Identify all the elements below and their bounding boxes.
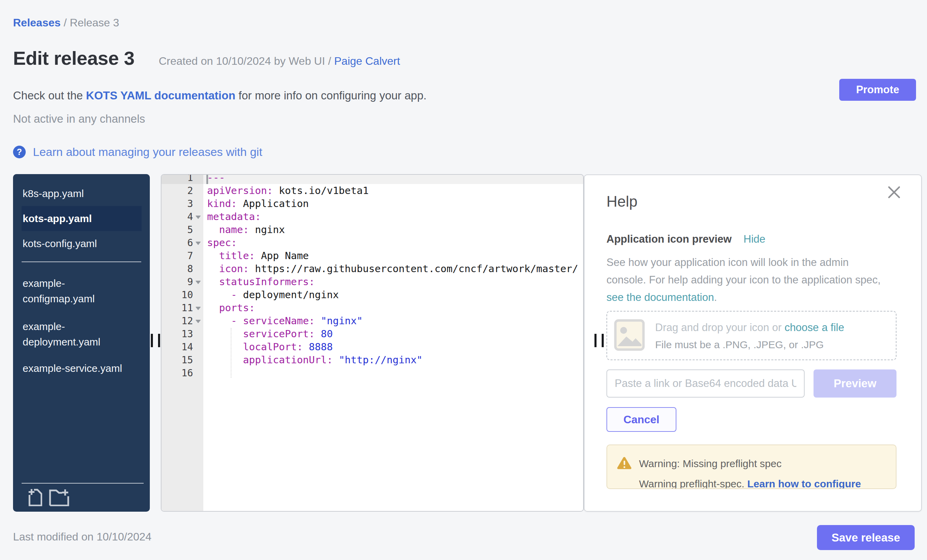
code-line-text: servicePort: 80	[203, 328, 583, 340]
choose-file-link[interactable]: choose a file	[784, 322, 844, 334]
code-line-text: title: App Name	[203, 250, 583, 261]
learn-git-row: ? Learn about managing your releases wit…	[13, 145, 262, 159]
editor-code-rows: 1---2apiVersion: kots.io/v1beta13kind: A…	[161, 174, 583, 379]
code-line-text: ---	[203, 174, 583, 184]
created-author-link[interactable]: Paige Calvert	[334, 55, 400, 67]
dropzone-drag-text: Drag and drop your icon or	[655, 322, 784, 334]
fold-toggle[interactable]	[193, 214, 203, 219]
hide-link[interactable]: Hide	[743, 233, 766, 245]
line-number: 15	[161, 354, 193, 366]
code-line-4: 4metadata:	[161, 210, 583, 223]
line-number: 1	[161, 174, 193, 184]
icon-preview-section-title: Application icon preview	[606, 233, 732, 245]
file-item-k8s-app.yaml[interactable]: k8s-app.yaml	[21, 181, 141, 206]
edit-release-page: Releases / Release 3 Edit release 3 Crea…	[0, 0, 927, 560]
code-token: "http://nginx"	[339, 354, 422, 366]
line-number: 16	[161, 367, 193, 379]
code-line-1: 1---	[161, 174, 583, 184]
fold-toggle[interactable]	[193, 279, 203, 284]
code-token	[207, 354, 243, 366]
see-documentation-link[interactable]: see the documentation	[606, 291, 714, 303]
code-token: 80	[321, 328, 333, 340]
file-group-divider	[21, 261, 141, 262]
help-panel: Help Application icon preview Hide See h…	[584, 175, 922, 512]
code-line-text: kind: Application	[203, 198, 583, 209]
icon-preview-description-text: See how your application icon will look …	[606, 256, 881, 286]
icon-preview-description: See how your application icon will look …	[606, 253, 886, 306]
warning-detail-text: Warning preflight-spec.	[639, 478, 748, 489]
code-token	[207, 341, 243, 353]
code-line-9: 9 statusInformers:	[161, 275, 583, 288]
code-token: apiVersion:	[207, 185, 273, 196]
cancel-button[interactable]: Cancel	[606, 407, 676, 432]
code-token	[207, 289, 231, 300]
code-token: ---	[207, 174, 225, 184]
code-token: ports:	[219, 302, 255, 314]
code-token	[207, 276, 219, 288]
code-line-12: 12 - serviceName: "nginx"	[161, 314, 583, 327]
pane-resize-handle-right[interactable]	[594, 334, 604, 347]
code-token: serviceName:	[243, 315, 315, 326]
title-row: Edit release 3	[13, 47, 134, 69]
code-line-11: 11 ports:	[161, 301, 583, 314]
learn-git-link[interactable]: Learn about managing your releases with …	[33, 145, 262, 159]
code-line-15: 15 applicationUrl: "http://nginx"	[161, 354, 583, 366]
code-line-text: statusInformers:	[203, 276, 583, 288]
code-line-text: - serviceName: "nginx"	[203, 315, 583, 326]
file-item-example-service.yaml[interactable]: example-service.yaml	[21, 356, 141, 381]
last-modified-text: Last modified on 10/10/2024	[13, 530, 152, 543]
warning-title: Warning: Missing preflight spec	[639, 458, 782, 470]
file-item-kots-config.yaml[interactable]: kots-config.yaml	[21, 231, 141, 256]
new-folder-icon	[49, 502, 70, 507]
code-token	[207, 250, 219, 261]
warning-detail: Warning preflight-spec. Learn how to con…	[639, 478, 861, 489]
file-item-example-deployment.yaml[interactable]: example-deployment.yaml	[21, 313, 141, 356]
line-number: 13	[161, 328, 193, 340]
icon-dropzone[interactable]: Drag and drop your icon or choose a file…	[606, 311, 897, 360]
pane-resize-handle-left[interactable]	[151, 334, 160, 347]
add-file-button[interactable]	[29, 489, 42, 507]
close-help-button[interactable]	[887, 186, 901, 199]
help-panel-title: Help	[606, 192, 638, 211]
file-item-kots-app.yaml[interactable]: kots-app.yaml	[21, 206, 141, 231]
preview-button[interactable]: Preview	[813, 369, 897, 398]
code-token: localPort:	[243, 341, 303, 353]
line-number: 3	[161, 198, 193, 209]
code-token	[315, 315, 321, 326]
code-line-10: 10 - deployment/nginx	[161, 288, 583, 301]
fold-toggle[interactable]	[193, 319, 203, 323]
code-line-text: metadata:	[203, 211, 583, 222]
breadcrumb-current: Release 3	[70, 17, 119, 29]
code-line-7: 7 title: App Name	[161, 249, 583, 262]
kots-doc-suffix: for more info on configuring your app.	[236, 89, 427, 102]
code-token	[207, 302, 219, 314]
code-line-text: spec:	[203, 237, 583, 249]
file-item-example-configmap.yaml[interactable]: example-configmap.yaml	[21, 269, 141, 313]
line-number: 8	[161, 263, 193, 275]
yaml-code-editor[interactable]: 1---2apiVersion: kots.io/v1beta13kind: A…	[161, 174, 584, 512]
save-release-button[interactable]: Save release	[817, 525, 915, 550]
fold-toggle[interactable]	[193, 240, 203, 245]
code-line-16: 16	[161, 366, 583, 379]
code-token: Application	[237, 198, 309, 209]
add-folder-button[interactable]	[49, 489, 70, 507]
code-token: applicationUrl:	[243, 354, 333, 366]
code-line-text: ports:	[203, 302, 583, 314]
dropzone-file-hint: File must be a .PNG, .JPEG, or .JPG	[655, 336, 844, 354]
icon-url-input[interactable]	[606, 369, 805, 398]
kots-doc-link[interactable]: KOTS YAML documentation	[86, 89, 236, 102]
breadcrumb-releases-link[interactable]: Releases	[13, 17, 61, 29]
code-token: 8888	[309, 341, 333, 353]
code-token	[303, 341, 308, 353]
code-token	[207, 328, 243, 340]
learn-configure-link[interactable]: Learn how to configure	[748, 478, 861, 489]
line-number: 7	[161, 250, 193, 261]
line-number: 5	[161, 224, 193, 235]
promote-button[interactable]: Promote	[839, 79, 916, 101]
line-number: 14	[161, 341, 193, 353]
line-number: 2	[161, 185, 193, 196]
code-token: -	[231, 315, 237, 326]
fold-toggle[interactable]	[193, 305, 203, 310]
preflight-warning-box: Warning: Missing preflight spec Warning …	[606, 445, 897, 489]
code-token: spec:	[207, 237, 237, 249]
